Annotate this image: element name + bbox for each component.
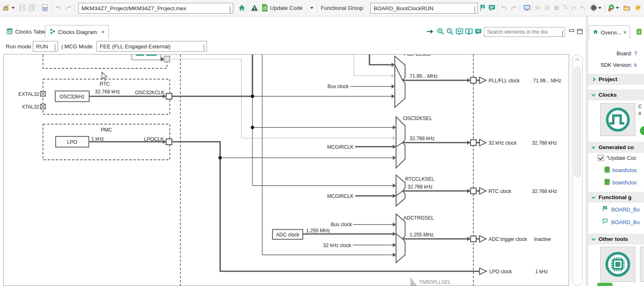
functional-group-link[interactable]: BOARD_Bo: [611, 219, 639, 225]
rtc-clock-output-value[interactable]: 32.768 kHz: [532, 188, 557, 194]
log-icon[interactable]: [488, 4, 496, 12]
zoom-out-icon[interactable]: [446, 27, 455, 36]
step-return-icon[interactable]: [579, 4, 587, 12]
lpo-clock-output-label[interactable]: LPO clock: [489, 269, 512, 275]
functional-group-row[interactable]: BOARD_Bo: [602, 205, 639, 213]
board-value-link[interactable]: T: [634, 50, 637, 57]
jump-to-element-icon[interactable]: [426, 27, 435, 36]
generated-file-link[interactable]: board\cloc: [612, 167, 637, 173]
zoom-in-icon[interactable]: [436, 27, 445, 36]
generate-code-icon[interactable]: 010: [41, 4, 49, 12]
section-project[interactable]: Project: [588, 74, 644, 85]
new-dropdown-icon[interactable]: [11, 4, 15, 12]
osc32ksel-output-frequency[interactable]: 32.768 kHz: [410, 136, 435, 141]
adc-trigger-clock-output-label[interactable]: ADC trigger clock: [489, 236, 527, 242]
target-chip-icon[interactable]: [590, 4, 598, 12]
fit-height-icon[interactable]: [464, 27, 473, 36]
generated-file-row[interactable]: board\cloc: [604, 166, 637, 174]
minimize-view-icon[interactable]: [567, 27, 576, 36]
update-code-icon[interactable]: [261, 4, 269, 12]
rtcclksel-output-frequency[interactable]: 32.768 kHz: [408, 184, 432, 190]
osc32kclk-frequency[interactable]: 32.768 kHz: [95, 89, 120, 95]
tab-clocks-diagram[interactable]: Clocks Diagram ×: [45, 25, 109, 39]
open-folder-icon[interactable]: [623, 4, 631, 12]
osc32kclk-port[interactable]: [166, 93, 172, 99]
save-icon[interactable]: [18, 4, 26, 12]
debug-suspend-icon[interactable]: [543, 4, 552, 12]
project-selector[interactable]: MKM34Z7_Project/MKM34Z7_Project.mex: [78, 3, 233, 14]
diagram-search-input[interactable]: Search elements in the dia: [484, 27, 565, 37]
tab-close-icon[interactable]: ×: [101, 29, 104, 35]
undo-secondary-icon[interactable]: [500, 4, 508, 12]
osc32k-clock-output-label[interactable]: 32 kHz clock: [489, 140, 517, 146]
tab-overview-close-icon[interactable]: ×: [623, 29, 626, 36]
rtc-clock-output-label[interactable]: RTC clock: [489, 188, 512, 194]
section-clocks[interactable]: Clocks: [588, 89, 644, 100]
section-generated-code[interactable]: Generated co: [588, 142, 644, 153]
tab-overview[interactable]: Overvi... ×: [589, 25, 630, 39]
pll-fll-clock-output-value[interactable]: 71.99... MHz: [533, 78, 561, 84]
scroll-up-icon[interactable]: [575, 58, 579, 63]
adc-clock-frequency[interactable]: 1.255 MHz: [306, 228, 330, 234]
step-over-icon[interactable]: [570, 4, 578, 12]
clocks-diagram-canvas[interactable]: RTC OSC32kHz 32.768 kHz OSC32KCLK EXTAL3…: [3, 54, 569, 286]
chip-dropdown-icon[interactable]: [598, 4, 602, 12]
scrollbar-thumb[interactable]: [574, 66, 581, 177]
xtal32-pin[interactable]: [41, 104, 45, 109]
next-tool-button-clipped[interactable]: [640, 247, 644, 282]
functional-group-link[interactable]: BOARD_Bo: [611, 207, 639, 213]
lpo-clock-output-value[interactable]: 1 kHz: [535, 269, 548, 275]
generated-file-row[interactable]: board\cloc: [604, 179, 637, 186]
adctrgsel-output-frequency[interactable]: 1.255 MHz: [410, 232, 434, 238]
sdk-version-value-link[interactable]: k: [634, 62, 637, 68]
lpoclk-frequency[interactable]: 1 kHz: [91, 136, 104, 142]
step-into-icon[interactable]: [561, 4, 569, 12]
debug-terminate-icon[interactable]: [552, 4, 561, 12]
redo-icon[interactable]: [64, 4, 72, 12]
update-code-dropdown-icon[interactable]: [310, 4, 314, 12]
extal32-pin[interactable]: [41, 91, 45, 96]
functional-group-selector[interactable]: BOARD_BootClockRUN: [370, 3, 478, 14]
adc-trigger-clock-output-value[interactable]: Inactive: [534, 236, 551, 242]
run-tool-icon[interactable]: [607, 4, 615, 12]
section-functional-groups[interactable]: Functional g: [588, 192, 644, 203]
functional-group-row[interactable]: BOARD_Bo: [602, 218, 639, 226]
mcg-mode-selector[interactable]: FEE (FLL Engaged External): [97, 41, 207, 52]
tmr0pllsel-mux-clipped[interactable]: [410, 277, 417, 286]
osc32k-clock-port[interactable]: [471, 140, 476, 145]
tab-clocks-table[interactable]: Clocks Table: [2, 25, 50, 39]
diagram-vertical-scrollbar[interactable]: [572, 54, 583, 286]
problems-warning-icon[interactable]: [250, 4, 259, 12]
pllfllsel-output-frequency[interactable]: 71.99... MHz: [410, 73, 437, 79]
home-icon[interactable]: [238, 4, 246, 12]
generated-file-link[interactable]: board\cloc: [612, 179, 637, 186]
pllfllsel-mux[interactable]: [395, 56, 405, 107]
pll-fll-clock-output-label[interactable]: PLL/FLL clock: [489, 78, 520, 84]
import-example-icon[interactable]: [633, 4, 641, 12]
undo-icon[interactable]: [54, 4, 63, 12]
update-code-checkbox-row[interactable]: "Update Coc: [598, 155, 636, 161]
save-all-icon[interactable]: [28, 4, 36, 12]
maximize-view-icon[interactable]: [575, 27, 584, 36]
run-mode-selector[interactable]: RUN: [33, 41, 58, 52]
update-code-checkbox[interactable]: [598, 155, 604, 161]
debug-resume-icon[interactable]: [534, 4, 542, 12]
clocks-tool-button[interactable]: [600, 103, 635, 136]
pll-fll-clock-port[interactable]: [471, 77, 476, 83]
new-configuration-icon[interactable]: [2, 4, 10, 12]
osc32k-clock-output-value[interactable]: 32.768 kHz: [532, 140, 557, 146]
diagram-comment-icon[interactable]: [474, 27, 483, 36]
console-icon[interactable]: [523, 4, 531, 12]
inactive-port[interactable]: [164, 56, 170, 62]
update-code-label[interactable]: Update Code: [270, 5, 303, 11]
run-dropdown-icon[interactable]: [615, 4, 619, 12]
rtc-clock-port[interactable]: [471, 188, 476, 194]
redo-secondary-icon[interactable]: [510, 4, 518, 12]
section-other-tools[interactable]: Other tools: [588, 234, 644, 245]
lpoclk-port[interactable]: [166, 139, 172, 145]
pins-tool-button[interactable]: [600, 247, 635, 282]
adc-trigger-clock-port[interactable]: [471, 236, 476, 242]
fit-width-icon[interactable]: [455, 27, 464, 36]
flag-check-icon[interactable]: [479, 4, 487, 12]
tab-code-preview[interactable]: c C: [633, 25, 644, 39]
